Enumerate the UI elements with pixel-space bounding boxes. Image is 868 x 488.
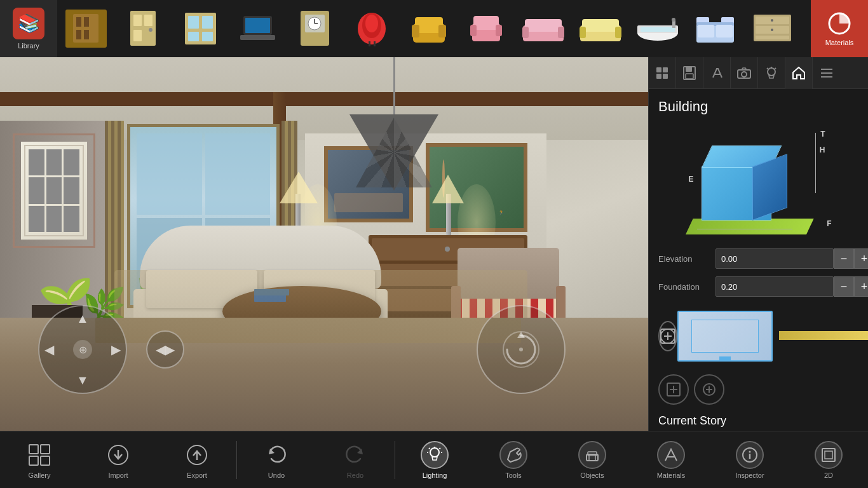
tab-paint[interactable] [703, 57, 731, 89]
svg-rect-4 [84, 30, 89, 39]
lighting-icon [421, 441, 449, 469]
svg-rect-12 [202, 16, 213, 29]
floor-preview-row [677, 311, 868, 362]
svg-rect-2 [84, 17, 89, 27]
furniture-item-chair-red2[interactable] [801, 0, 811, 57]
nav-rotate-control[interactable] [477, 305, 566, 394]
inspector-label: Inspector [735, 471, 764, 479]
undo-icon [262, 441, 290, 469]
gallery-icon [25, 441, 53, 469]
elevation-decrease[interactable]: − [834, 248, 854, 269]
furniture-item-bookshelf[interactable] [57, 0, 114, 57]
svg-point-109 [430, 448, 439, 457]
objects-label: Objects [580, 471, 604, 479]
svg-rect-42 [580, 27, 586, 38]
2d-button[interactable]: 2D [789, 431, 868, 489]
add-room-button[interactable] [658, 321, 677, 351]
svg-line-83 [767, 68, 768, 69]
svg-rect-43 [615, 27, 621, 38]
svg-rect-37 [525, 19, 562, 32]
library-button[interactable]: 📚 Library [0, 0, 57, 57]
svg-rect-100 [41, 445, 50, 454]
tab-save[interactable] [676, 57, 703, 89]
svg-rect-8 [133, 30, 142, 41]
foundation-decrease[interactable]: − [834, 276, 854, 297]
materials-button[interactable]: Materials [811, 0, 868, 57]
redo-button[interactable]: Redo [316, 431, 395, 489]
furniture-item-door[interactable] [114, 0, 172, 57]
furniture-item-sofa-yellow[interactable] [572, 0, 629, 57]
elevation-increase[interactable]: + [854, 248, 868, 269]
furniture-item-chair-pink[interactable] [458, 0, 515, 57]
pan-control[interactable]: ◀▶ [146, 330, 184, 369]
svg-rect-33 [473, 16, 499, 30]
export-icon [183, 441, 211, 469]
svg-rect-41 [582, 19, 619, 32]
svg-rect-53 [698, 25, 714, 37]
svg-point-25 [365, 15, 378, 32]
svg-rect-14 [202, 32, 213, 41]
svg-line-84 [775, 68, 776, 69]
tab-camera[interactable] [731, 57, 758, 89]
svg-rect-46 [641, 27, 675, 32]
elevation-row: Elevation − + [658, 248, 858, 269]
furniture-item-sofa-pink[interactable] [515, 0, 572, 57]
svg-line-111 [429, 448, 430, 449]
foundation-increase[interactable]: + [854, 276, 868, 297]
svg-rect-27 [374, 41, 376, 46]
furniture-item-window[interactable] [172, 0, 229, 57]
materials-bottom-label: Materials [657, 471, 686, 479]
furniture-item-armchair-yellow[interactable] [400, 0, 458, 57]
lighting-button[interactable]: Lighting [395, 431, 474, 489]
svg-rect-7 [144, 15, 153, 26]
panel-content: Building T H E F [649, 89, 868, 432]
lighting-label: Lighting [423, 471, 447, 479]
tab-light[interactable] [758, 57, 785, 89]
gallery-button[interactable]: Gallery [0, 431, 79, 489]
furniture-strip [57, 0, 811, 57]
svg-rect-124 [825, 451, 832, 459]
svg-rect-16 [245, 18, 270, 33]
import-button[interactable]: Import [79, 431, 158, 489]
svg-rect-26 [369, 41, 370, 46]
inspector-button[interactable]: Inspector [710, 431, 789, 489]
viewport: 🌿 🌱 🌿 🏃 [0, 57, 648, 432]
redo-label: Redo [347, 471, 363, 479]
elevation-input[interactable] [715, 248, 834, 269]
undo-button[interactable]: Undo [237, 431, 316, 489]
variant-btn-2[interactable] [694, 374, 724, 405]
svg-rect-11 [188, 16, 199, 29]
materials-label: Materials [825, 39, 854, 46]
furniture-item-laptop[interactable] [229, 0, 286, 57]
tab-list[interactable] [813, 57, 840, 89]
furniture-item-bed[interactable] [686, 0, 743, 57]
tab-home[interactable] [785, 57, 813, 89]
svg-rect-72 [663, 67, 668, 72]
foundation-input[interactable] [715, 276, 834, 297]
building-title: Building [658, 98, 858, 115]
export-button[interactable]: Export [158, 431, 236, 489]
svg-rect-74 [663, 74, 668, 79]
materials-bottom-button[interactable]: Materials [632, 431, 710, 489]
svg-rect-39 [558, 27, 564, 38]
tools-button[interactable]: Tools [474, 431, 553, 489]
foundation-row: Foundation − + [658, 276, 858, 297]
import-icon [104, 441, 132, 469]
svg-point-9 [149, 28, 153, 32]
nav-arrows-control[interactable]: ▲ ▼ ◀ ▶ ⊕ [38, 305, 127, 394]
svg-rect-35 [496, 25, 502, 36]
furniture-item-clock[interactable] [286, 0, 343, 57]
furniture-item-bathtub[interactable] [629, 0, 686, 57]
svg-point-60 [771, 29, 773, 31]
svg-rect-3 [76, 30, 81, 39]
objects-button[interactable]: Objects [553, 431, 632, 489]
add-floor-button[interactable] [658, 374, 689, 405]
svg-point-59 [771, 19, 773, 22]
current-story-title: Current Story [658, 414, 858, 428]
library-label: Library [18, 42, 39, 50]
svg-rect-38 [522, 27, 529, 38]
svg-point-70 [519, 348, 523, 351]
furniture-item-chair-red[interactable] [343, 0, 400, 57]
tab-select[interactable] [649, 57, 676, 89]
furniture-item-dresser[interactable] [743, 0, 801, 57]
